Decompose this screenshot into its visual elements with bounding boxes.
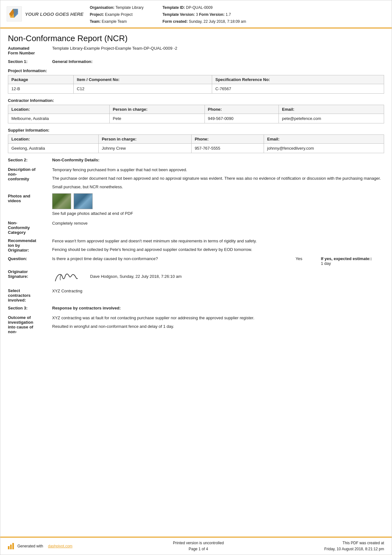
section3-header: Section 3: Response by contractors invol… (8, 306, 384, 310)
footer-created-label: This PDF was created at (324, 540, 384, 546)
outcome-label: Outcome ofinvestigationinto cause ofnon- (8, 315, 52, 334)
description-row: Description ofnon-conformity Temporary f… (8, 167, 384, 190)
supplier-table: Location: Person in charge: Phone: Email… (8, 134, 384, 153)
team-row: Team: Example Team (90, 19, 144, 24)
table-row: Geelong, Australia Johnny Crew 957-767-5… (8, 144, 384, 153)
template-id-row: Template ID: DP-QUAL-0009 (162, 5, 246, 10)
question-label: Question: (8, 256, 52, 261)
supplier-person: Johnny Crew (98, 144, 191, 153)
table-row: Melbourne, Australia Pete 949-567-0090 p… (8, 114, 384, 123)
header-meta: Organisation: Template Library Project: … (90, 3, 385, 24)
form-number-label: AutomatedForm Number (8, 46, 52, 55)
nc-category-value: Completely remove (52, 220, 384, 227)
supplier-col-1: Location: (8, 135, 99, 144)
originator-sig-value: Dave Hodgson, Sunday, 22 July 2018, 7:26… (52, 269, 384, 285)
question-row: Question: Is there a project time delay … (8, 256, 384, 266)
svg-rect-4 (8, 546, 9, 549)
outcome-value: XYZ contracting was at fault for not con… (52, 315, 384, 330)
contractor-person: Pete (109, 114, 205, 123)
form-number-value: Template Library-Example Project-Example… (52, 46, 177, 51)
description-para-2: The purchase order document had not been… (52, 175, 384, 182)
contractor-info-title: Contractor Information: (8, 98, 384, 103)
signature-image (52, 269, 84, 285)
project-row: Project: Example Project (90, 12, 144, 17)
photo-thumb-1 (52, 193, 71, 209)
question-estimate-label: If yes, expected estimate:: (321, 256, 372, 261)
template-version-row: Template Version: 3 Form Version: 1.7 (162, 12, 246, 17)
section3-title: Response by contractors involved: (52, 306, 121, 310)
table-row: 12-B C12 C-76567 (8, 84, 384, 94)
project-info-title: Project Information: (8, 68, 384, 73)
recommendation-row: Recommendation byOriginator: Fence wasn'… (8, 238, 384, 253)
photos-label: Photos andvideos (8, 193, 52, 203)
photos-area (52, 193, 384, 209)
section2-header: Section 2: Non-Conformity Details: (8, 158, 384, 162)
contractor-col-3: Phone: (205, 105, 279, 114)
question-answer: Yes (296, 256, 321, 261)
section2-title: Non-Conformity Details: (52, 158, 100, 162)
report-title: Non-Conformance Report (NCR) (8, 34, 384, 43)
form-created-row: Form created: Sunday, 22 July 2018, 7:18… (162, 19, 246, 24)
photos-row: Photos andvideos See full page photos at… (8, 193, 384, 217)
originator-sig-label: OriginatorSignature: (8, 269, 52, 279)
footer-dashpivot-link[interactable]: dashpivot.com (48, 544, 72, 548)
project-spec: C-76567 (212, 84, 384, 94)
footer-center: Printed version is uncontrolled Page 1 o… (173, 540, 224, 552)
outcome-para-1: XYZ contracting was at fault for not con… (52, 315, 384, 321)
recommendation-para-1: Fence wasn't form approved supplier and … (52, 238, 384, 245)
recommendation-value: Fence wasn't form approved supplier and … (52, 238, 384, 253)
signature-svg (52, 269, 84, 285)
svg-rect-5 (10, 545, 12, 549)
supplier-info-title: Supplier Information: (8, 128, 384, 133)
main-content: Non-Conformance Report (NCR) AutomatedFo… (0, 28, 392, 537)
question-estimate: If yes, expected estimate:: 1 day (321, 256, 384, 266)
description-para-3: Small purchase, but NCR nonetheless. (52, 184, 384, 190)
contractor-col-2: Person in charge: (109, 105, 205, 114)
project-col-1: Package (8, 75, 74, 84)
photos-caption: See full page photos attached at end of … (52, 210, 384, 217)
photo-thumb-2 (74, 193, 93, 209)
project-col-3: Specification Reference No: (212, 75, 384, 84)
header: YOUR LOGO GOES HERE Organisation: Templa… (0, 0, 392, 28)
recommendation-para-2: Fencing should be collected by Pete's fe… (52, 246, 384, 253)
footer-created-date: Friday, 10 August 2018, 8:21:12 pm (324, 546, 384, 552)
form-number-row: AutomatedForm Number Template Library-Ex… (8, 46, 384, 55)
section3-label: Section 3: (8, 306, 52, 310)
footer-right: This PDF was created at Friday, 10 Augus… (324, 540, 384, 552)
supplier-col-4: Email: (264, 135, 384, 144)
logo-icon (7, 6, 22, 22)
supplier-col-3: Phone: (191, 135, 264, 144)
logo-area: YOUR LOGO GOES HERE (7, 3, 83, 24)
description-para-1: Temporary fencing purchased from a suppl… (52, 167, 384, 173)
project-col-2: Item / Component No: (74, 75, 212, 84)
recommendation-label: Recommendation byOriginator: (8, 238, 52, 253)
dashpivot-icon (8, 543, 15, 549)
nc-category-row: Non-ConformityCategory Completely remove (8, 220, 384, 235)
footer: Generated with dashpivot.com Printed ver… (0, 537, 392, 555)
footer-page: Page 1 of 4 (173, 546, 224, 552)
project-table: Package Item / Component No: Specificati… (8, 75, 384, 94)
header-meta-right: Template ID: DP-QUAL-0009 Template Versi… (162, 5, 246, 24)
project-item: C12 (74, 84, 212, 94)
section1-header: Section 1: General Information: (8, 59, 384, 64)
outcome-row: Outcome ofinvestigationinto cause ofnon-… (8, 315, 384, 334)
supplier-col-2: Person in charge: (98, 135, 191, 144)
signature-area: Dave Hodgson, Sunday, 22 July 2018, 7:26… (52, 269, 384, 285)
project-package: 12-B (8, 84, 74, 94)
supplier-phone: 957-767-5555 (191, 144, 264, 153)
question-content: Is there a project time delay caused by … (52, 256, 384, 266)
description-label: Description ofnon-conformity (8, 167, 52, 181)
logo-text: YOUR LOGO GOES HERE (25, 11, 83, 17)
header-meta-left: Organisation: Template Library Project: … (90, 5, 144, 24)
description-value: Temporary fencing purchased from a suppl… (52, 167, 384, 190)
question-estimate-value: 1 day (321, 261, 331, 266)
contractors-value: XYZ Contracting (52, 288, 384, 295)
footer-left: Generated with dashpivot.com (8, 543, 72, 549)
contractor-col-1: Location: (8, 105, 110, 114)
contractor-email: pete@petefence.com (279, 114, 384, 123)
footer-uncontrolled: Printed version is uncontrolled (173, 540, 224, 546)
contractor-col-4: Email: (279, 105, 384, 114)
footer-generated-text: Generated with (17, 544, 43, 548)
contractor-location: Melbourne, Australia (8, 114, 110, 123)
nc-category-label: Non-ConformityCategory (8, 220, 52, 235)
